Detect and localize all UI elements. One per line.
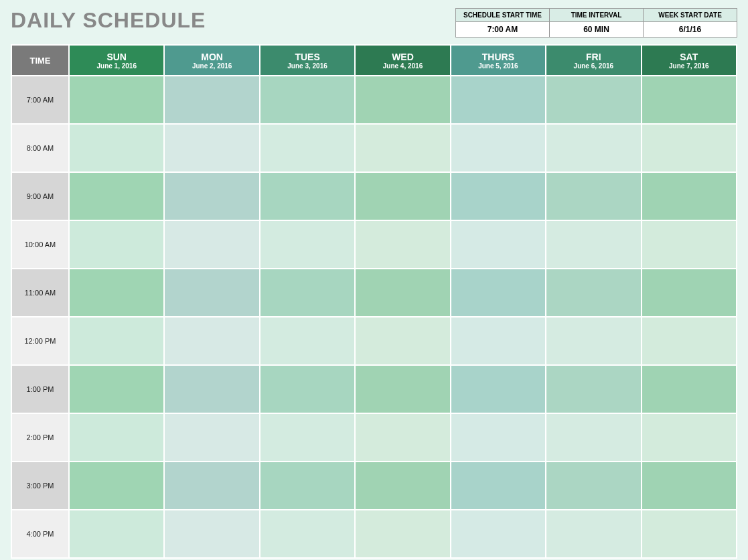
config-value-week-start[interactable]: 6/1/16	[644, 22, 737, 38]
schedule-cell[interactable]	[164, 462, 259, 510]
schedule-cell[interactable]	[164, 365, 259, 413]
schedule-cell[interactable]	[546, 413, 641, 462]
schedule-cell[interactable]	[642, 365, 737, 413]
config-value-interval[interactable]: 60 MIN	[550, 22, 644, 38]
schedule-cell[interactable]	[355, 220, 450, 269]
day-name: TUES	[260, 52, 354, 62]
day-date: June 2, 2016	[165, 62, 258, 70]
schedule-cell[interactable]	[451, 413, 546, 462]
schedule-cell[interactable]	[642, 462, 737, 510]
day-header-sat: SAT June 7, 2016	[642, 45, 737, 76]
schedule-cell[interactable]	[642, 76, 737, 124]
schedule-cell[interactable]	[260, 413, 355, 462]
schedule-cell[interactable]	[546, 317, 641, 365]
schedule-cell[interactable]	[642, 172, 737, 220]
schedule-cell[interactable]	[164, 413, 259, 462]
schedule-cell[interactable]	[546, 462, 641, 510]
schedule-cell[interactable]	[164, 124, 259, 172]
schedule-cell[interactable]	[546, 269, 641, 317]
day-name: THURS	[451, 52, 545, 62]
config-value-start-time[interactable]: 7:00 AM	[456, 22, 550, 38]
schedule-cell[interactable]	[642, 510, 737, 558]
day-name: MON	[165, 52, 258, 62]
schedule-cell[interactable]	[451, 172, 546, 220]
schedule-cell[interactable]	[451, 220, 546, 269]
schedule-cell[interactable]	[451, 510, 546, 558]
schedule-cell[interactable]	[355, 76, 450, 124]
time-cell: 3:00 PM	[11, 462, 69, 510]
time-cell: 4:00 PM	[11, 510, 69, 558]
schedule-row: 11:00 AM	[11, 269, 737, 317]
schedule-cell[interactable]	[546, 76, 641, 124]
schedule-row: 4:00 PM	[11, 510, 737, 558]
schedule-row: 3:00 PM	[11, 462, 737, 510]
day-date: June 7, 2016	[642, 62, 736, 70]
schedule-cell[interactable]	[642, 124, 737, 172]
schedule-cell[interactable]	[642, 413, 737, 462]
schedule-cell[interactable]	[451, 269, 546, 317]
schedule-cell[interactable]	[260, 510, 355, 558]
page-title: DAILY SCHEDULE	[11, 8, 206, 33]
schedule-cell[interactable]	[164, 220, 259, 269]
time-cell: 11:00 AM	[11, 269, 69, 317]
schedule-cell[interactable]	[642, 269, 737, 317]
schedule-cell[interactable]	[260, 124, 355, 172]
schedule-cell[interactable]	[355, 413, 450, 462]
schedule-cell[interactable]	[164, 510, 259, 558]
day-header-tues: TUES June 3, 2016	[260, 45, 355, 76]
header-row: DAILY SCHEDULE SCHEDULE START TIME TIME …	[11, 8, 737, 38]
schedule-cell[interactable]	[451, 462, 546, 510]
schedule-cell[interactable]	[69, 510, 164, 558]
schedule-cell[interactable]	[164, 76, 259, 124]
schedule-cell[interactable]	[546, 510, 641, 558]
schedule-cell[interactable]	[260, 76, 355, 124]
schedule-cell[interactable]	[355, 510, 450, 558]
schedule-cell[interactable]	[642, 317, 737, 365]
day-date: June 6, 2016	[546, 62, 640, 70]
schedule-cell[interactable]	[69, 413, 164, 462]
schedule-cell[interactable]	[260, 269, 355, 317]
schedule-cell[interactable]	[451, 124, 546, 172]
schedule-cell[interactable]	[355, 124, 450, 172]
schedule-cell[interactable]	[69, 462, 164, 510]
time-cell: 7:00 AM	[11, 76, 69, 124]
schedule-cell[interactable]	[451, 365, 546, 413]
schedule-cell[interactable]	[69, 124, 164, 172]
config-table: SCHEDULE START TIME TIME INTERVAL WEEK S…	[455, 8, 737, 38]
day-header-thurs: THURS June 5, 2016	[451, 45, 546, 76]
schedule-row: 9:00 AM	[11, 172, 737, 220]
schedule-cell[interactable]	[355, 462, 450, 510]
schedule-cell[interactable]	[546, 172, 641, 220]
schedule-cell[interactable]	[355, 317, 450, 365]
day-header-fri: FRI June 6, 2016	[546, 45, 641, 76]
schedule-cell[interactable]	[355, 365, 450, 413]
day-header-sun: SUN June 1, 2016	[69, 45, 164, 76]
schedule-row: 8:00 AM	[11, 124, 737, 172]
schedule-cell[interactable]	[69, 76, 164, 124]
schedule-cell[interactable]	[546, 365, 641, 413]
schedule-cell[interactable]	[546, 220, 641, 269]
schedule-cell[interactable]	[260, 365, 355, 413]
schedule-cell[interactable]	[69, 172, 164, 220]
schedule-cell[interactable]	[69, 317, 164, 365]
schedule-cell[interactable]	[451, 76, 546, 124]
schedule-cell[interactable]	[355, 269, 450, 317]
schedule-cell[interactable]	[451, 317, 546, 365]
schedule-cell[interactable]	[546, 124, 641, 172]
day-date: June 4, 2016	[356, 62, 449, 70]
schedule-cell[interactable]	[260, 462, 355, 510]
schedule-cell[interactable]	[69, 365, 164, 413]
schedule-cell[interactable]	[69, 269, 164, 317]
schedule-cell[interactable]	[69, 220, 164, 269]
schedule-cell[interactable]	[164, 317, 259, 365]
schedule-row: 2:00 PM	[11, 413, 737, 462]
schedule-cell[interactable]	[164, 269, 259, 317]
schedule-cell[interactable]	[355, 172, 450, 220]
schedule-cell[interactable]	[642, 220, 737, 269]
day-header-mon: MON June 2, 2016	[164, 45, 259, 76]
schedule-cell[interactable]	[260, 172, 355, 220]
schedule-cell[interactable]	[260, 317, 355, 365]
schedule-cell[interactable]	[164, 172, 259, 220]
schedule-cell[interactable]	[260, 220, 355, 269]
schedule-row: 1:00 PM	[11, 365, 737, 413]
